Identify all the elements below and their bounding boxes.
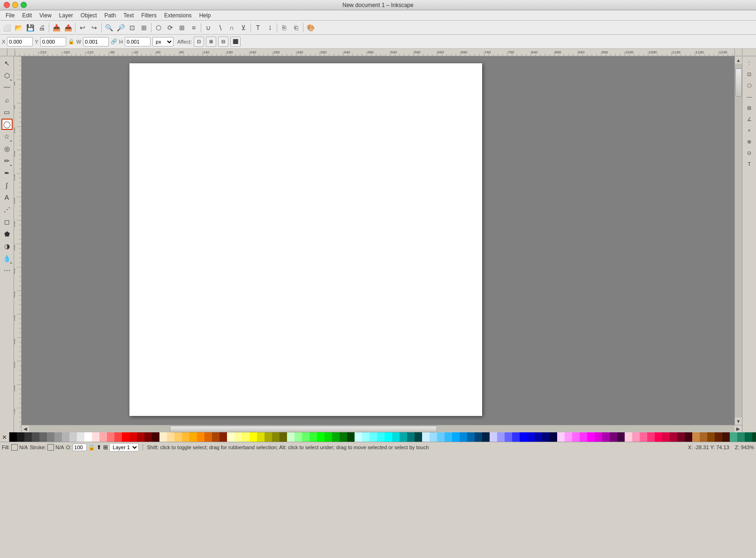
pencil-tool[interactable]: ✏ bbox=[1, 155, 13, 166]
layer-icon[interactable]: ⊞ bbox=[103, 444, 108, 451]
node-tool[interactable]: ⬡ bbox=[1, 70, 13, 81]
color-swatch[interactable] bbox=[212, 432, 219, 442]
select-same-button[interactable]: ≡ bbox=[188, 22, 199, 33]
eraser-tool[interactable]: ◻ bbox=[1, 216, 13, 227]
color-swatch[interactable] bbox=[257, 432, 265, 442]
opacity-lock-icon[interactable]: 🔒 bbox=[88, 444, 95, 451]
color-swatch[interactable] bbox=[745, 432, 752, 442]
color-swatch[interactable] bbox=[129, 432, 137, 442]
h-input[interactable] bbox=[125, 37, 151, 46]
w-input[interactable] bbox=[83, 37, 109, 46]
menu-item-help[interactable]: Help bbox=[196, 11, 215, 20]
color-swatch[interactable] bbox=[430, 432, 437, 442]
align-button[interactable]: ⊞ bbox=[176, 22, 188, 33]
color-swatch[interactable] bbox=[370, 432, 377, 442]
color-swatch[interactable] bbox=[355, 432, 362, 442]
color-swatch[interactable] bbox=[700, 432, 707, 442]
color-swatch[interactable] bbox=[99, 432, 107, 442]
color-swatch[interactable] bbox=[325, 432, 332, 442]
color-swatch[interactable] bbox=[752, 432, 756, 442]
color-swatch[interactable] bbox=[54, 432, 62, 442]
color-swatch[interactable] bbox=[445, 432, 452, 442]
redo-button[interactable]: ↪ bbox=[89, 22, 100, 33]
affect-geo-btn[interactable]: ⊡ bbox=[194, 37, 204, 47]
vscroll-track[interactable] bbox=[735, 64, 742, 417]
color-swatch[interactable] bbox=[685, 432, 692, 442]
snap-intersect-button[interactable]: × bbox=[744, 125, 755, 136]
color-swatch[interactable] bbox=[437, 432, 445, 442]
color-swatch[interactable] bbox=[610, 432, 617, 442]
color-swatch[interactable] bbox=[580, 432, 587, 442]
menu-item-edit[interactable]: Edit bbox=[18, 11, 36, 20]
selector-tool[interactable]: ↖ bbox=[1, 58, 13, 69]
gradient-tool[interactable]: ◑ bbox=[1, 241, 13, 252]
color-mgr-button[interactable]: 🎨 bbox=[305, 22, 316, 33]
color-swatch[interactable] bbox=[174, 432, 182, 442]
affect-vis-btn[interactable]: ⊞ bbox=[206, 37, 216, 47]
color-swatch[interactable] bbox=[542, 432, 550, 442]
color-swatch[interactable] bbox=[670, 432, 677, 442]
window-buttons[interactable] bbox=[4, 2, 27, 8]
menu-item-object[interactable]: Object bbox=[77, 11, 101, 20]
color-swatch[interactable] bbox=[317, 432, 325, 442]
menu-item-text[interactable]: Text bbox=[120, 11, 137, 20]
color-swatch[interactable] bbox=[565, 432, 572, 442]
color-swatch[interactable] bbox=[460, 432, 467, 442]
text-tool[interactable]: A bbox=[1, 192, 13, 203]
print-button[interactable]: 🖨 bbox=[36, 22, 47, 33]
stroke-color-box[interactable] bbox=[47, 444, 54, 451]
color-swatch[interactable] bbox=[595, 432, 602, 442]
color-swatch[interactable] bbox=[475, 432, 482, 442]
color-swatch[interactable] bbox=[227, 432, 234, 442]
color-swatch[interactable] bbox=[332, 432, 340, 442]
snap-angle-button[interactable]: ∠ bbox=[744, 114, 755, 124]
color-swatch[interactable] bbox=[662, 432, 670, 442]
affect-both-btn[interactable]: ⊟ bbox=[218, 37, 228, 47]
color-swatch[interactable] bbox=[520, 432, 527, 442]
bool-inter-button[interactable]: ∩ bbox=[226, 22, 237, 33]
color-swatch[interactable] bbox=[92, 432, 99, 442]
pen-tool[interactable]: ✒ bbox=[1, 167, 13, 179]
color-swatch[interactable] bbox=[490, 432, 497, 442]
fill-color-box[interactable] bbox=[11, 444, 18, 451]
open-button[interactable]: 📂 bbox=[13, 22, 24, 33]
color-swatch[interactable] bbox=[265, 432, 272, 442]
menu-item-filters[interactable]: Filters bbox=[137, 11, 160, 20]
color-swatch[interactable] bbox=[84, 432, 92, 442]
color-swatch[interactable] bbox=[572, 432, 580, 442]
color-swatch[interactable] bbox=[152, 432, 159, 442]
color-swatch[interactable] bbox=[39, 432, 47, 442]
color-swatch[interactable] bbox=[69, 432, 77, 442]
color-swatch[interactable] bbox=[189, 432, 197, 442]
color-swatch[interactable] bbox=[602, 432, 610, 442]
vscroll-thumb[interactable] bbox=[735, 68, 742, 97]
zoom-in-button[interactable]: 🔍 bbox=[103, 22, 114, 33]
dropper-tool[interactable]: 💧 bbox=[1, 253, 13, 264]
color-swatch[interactable] bbox=[302, 432, 310, 442]
unclone-button[interactable]: ⎗ bbox=[290, 22, 302, 33]
color-swatch[interactable] bbox=[677, 432, 685, 442]
color-swatch[interactable] bbox=[482, 432, 490, 442]
color-swatch[interactable] bbox=[737, 432, 745, 442]
color-swatch[interactable] bbox=[550, 432, 557, 442]
opacity-input[interactable] bbox=[73, 444, 87, 451]
maximize-button[interactable] bbox=[21, 2, 27, 8]
color-swatch[interactable] bbox=[182, 432, 189, 442]
color-swatch[interactable] bbox=[219, 432, 227, 442]
x-input[interactable] bbox=[7, 37, 33, 46]
color-swatch[interactable] bbox=[234, 432, 242, 442]
close-button[interactable] bbox=[4, 2, 10, 8]
hscroll-right-arrow[interactable]: ▶ bbox=[734, 425, 742, 433]
clone-button[interactable]: ⎘ bbox=[279, 22, 290, 33]
import-button[interactable]: 📥 bbox=[51, 22, 62, 33]
bool-union-button[interactable]: ∪ bbox=[203, 22, 214, 33]
color-swatch[interactable] bbox=[122, 432, 129, 442]
snap-nodes-button[interactable]: ⬡ bbox=[744, 80, 755, 90]
color-swatch[interactable] bbox=[587, 432, 595, 442]
snap-text-button[interactable]: T bbox=[744, 159, 755, 169]
snap-midpoint-button[interactable]: ⊕ bbox=[744, 136, 755, 147]
color-swatch[interactable] bbox=[707, 432, 715, 442]
new-button[interactable]: ⬜ bbox=[1, 22, 12, 33]
snap-grid-button[interactable]: ⊞ bbox=[744, 103, 755, 113]
link-icon[interactable]: 🔗 bbox=[111, 38, 117, 45]
